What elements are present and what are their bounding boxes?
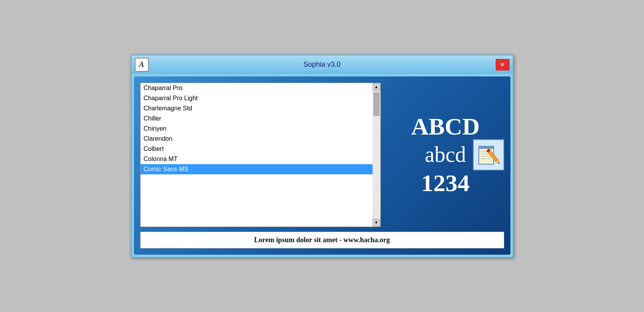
bottom-text: Lorem ipsum dolor sit amet - www.hacha.o… <box>254 236 390 244</box>
preview-lowercase: abcd <box>425 143 466 167</box>
font-list-item[interactable]: Chinyen <box>141 124 373 134</box>
font-list-item[interactable]: Chaparral Pro <box>141 83 373 93</box>
font-list-item[interactable]: Charlemagne Std <box>141 103 373 113</box>
bottom-bar: Lorem ipsum dolor sit amet - www.hacha.o… <box>140 232 504 248</box>
main-window: A Sophia v3.0 × Chaparral ProChaparral P… <box>131 55 514 258</box>
font-list-item[interactable]: Comic Sans MS <box>141 164 373 174</box>
pencil-svg <box>477 143 500 167</box>
font-list-item[interactable]: Colbert <box>141 144 373 154</box>
preview-numbers: 1234 <box>421 170 470 196</box>
preview-texts: ABCD abcd 1234 <box>411 113 480 197</box>
window-title: Sophia v3.0 <box>303 60 341 69</box>
font-list-inner: Chaparral ProChaparral Pro LightCharlema… <box>141 83 380 227</box>
font-list-item[interactable]: Chiller <box>141 113 373 124</box>
edit-icon-button[interactable] <box>473 139 504 170</box>
title-bar: A Sophia v3.0 × <box>132 55 513 74</box>
preview-area: ABCD abcd 1234 <box>387 83 504 227</box>
scroll-thumb[interactable] <box>373 92 380 116</box>
font-listbox[interactable]: Chaparral ProChaparral Pro LightCharlema… <box>140 83 381 227</box>
scrollbar-track: ▲ ▼ <box>373 83 380 227</box>
font-list-item[interactable]: Colonna MT <box>141 154 373 164</box>
main-row: Chaparral ProChaparral Pro LightCharlema… <box>140 83 504 227</box>
preview-uppercase: ABCD <box>411 113 480 140</box>
scroll-up-arrow[interactable]: ▲ <box>373 83 380 91</box>
app-icon: A <box>135 58 149 72</box>
scroll-thumb-area <box>373 91 380 219</box>
svg-rect-1 <box>479 146 494 149</box>
font-list-item[interactable]: Chaparral Pro Light <box>141 93 373 103</box>
font-list-container: Chaparral ProChaparral Pro LightCharlema… <box>140 83 381 227</box>
title-bar-left: A <box>135 58 149 72</box>
content-area: Chaparral ProChaparral Pro LightCharlema… <box>134 76 510 255</box>
font-list-item[interactable]: Clarendon <box>141 134 373 144</box>
close-button[interactable]: × <box>496 59 510 71</box>
scroll-down-arrow[interactable]: ▼ <box>373 219 380 227</box>
